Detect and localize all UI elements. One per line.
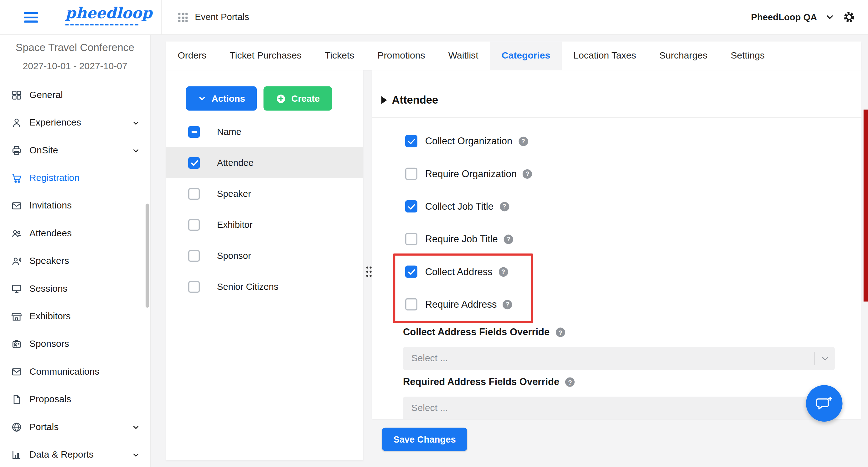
option-label: Collect Address bbox=[425, 266, 493, 277]
expand-arrow-icon[interactable] bbox=[381, 96, 387, 104]
help-icon[interactable] bbox=[565, 377, 575, 387]
tab-settings[interactable]: Settings bbox=[719, 42, 776, 70]
sidebar-item-speakers[interactable]: Speakers bbox=[0, 247, 150, 275]
chevron-down-icon bbox=[132, 451, 140, 459]
create-button-label: Create bbox=[291, 93, 320, 104]
mail-icon bbox=[11, 200, 23, 212]
hamburger-menu-icon[interactable] bbox=[24, 12, 38, 23]
required-address-fields-override-select[interactable]: Select ... bbox=[403, 397, 835, 419]
require-job-title-checkbox[interactable] bbox=[405, 233, 417, 245]
help-icon[interactable] bbox=[556, 328, 565, 337]
category-row-sponsor[interactable]: Sponsor bbox=[166, 240, 363, 271]
badge-icon bbox=[11, 338, 23, 350]
actions-button[interactable]: Actions bbox=[186, 87, 257, 111]
chevron-down-icon[interactable] bbox=[825, 12, 835, 22]
cart-icon bbox=[11, 172, 23, 185]
sidebar-item-data-reports[interactable]: Data & Reports bbox=[0, 441, 150, 467]
category-checkbox[interactable] bbox=[188, 188, 200, 199]
detail-header[interactable]: Attendee bbox=[372, 70, 861, 118]
tab-promotions[interactable]: Promotions bbox=[366, 42, 436, 70]
tab-orders[interactable]: Orders bbox=[166, 42, 218, 70]
option-label: Collect Job Title bbox=[425, 201, 494, 212]
help-icon[interactable] bbox=[498, 267, 508, 276]
event-name: Space Travel Conference bbox=[0, 42, 150, 54]
tab-location-taxes[interactable]: Location Taxes bbox=[562, 42, 648, 70]
divider bbox=[161, 0, 162, 34]
select-all-checkbox[interactable] bbox=[188, 126, 200, 137]
help-icon[interactable] bbox=[504, 234, 513, 244]
category-label: Senior Citizens bbox=[217, 281, 278, 292]
sidebar-item-invitations[interactable]: Invitations bbox=[0, 192, 150, 220]
require-organization-checkbox[interactable] bbox=[405, 168, 417, 180]
sidebar-item-general[interactable]: General bbox=[0, 81, 150, 109]
chevron-down-icon bbox=[198, 94, 207, 103]
tab-surcharges[interactable]: Surcharges bbox=[648, 42, 719, 70]
tab-categories[interactable]: Categories bbox=[490, 42, 562, 70]
create-button[interactable]: Create bbox=[264, 87, 332, 111]
category-rows: Name Attendee Speaker Exhibitor Sponsor … bbox=[166, 116, 363, 302]
chat-support-button[interactable] bbox=[806, 385, 843, 422]
tab-waitlist[interactable]: Waitlist bbox=[437, 42, 490, 70]
collect-organization-checkbox[interactable] bbox=[405, 135, 417, 147]
category-row-speaker[interactable]: Speaker bbox=[166, 178, 363, 209]
category-checkbox[interactable] bbox=[188, 157, 200, 168]
help-icon[interactable] bbox=[519, 136, 528, 146]
sidebar-item-communications[interactable]: Communications bbox=[0, 358, 150, 386]
tab-label: Location Taxes bbox=[574, 51, 636, 61]
option-label: Require Job Title bbox=[425, 233, 498, 245]
require-address-checkbox[interactable] bbox=[405, 298, 417, 310]
collect-address-checkbox[interactable] bbox=[405, 266, 417, 278]
sidebar-item-onsite[interactable]: OnSite bbox=[0, 137, 150, 164]
sidebar-scrollbar[interactable] bbox=[146, 204, 149, 308]
tab-label: Tickets bbox=[325, 51, 354, 61]
apps-grid-icon[interactable] bbox=[178, 13, 188, 22]
sidebar-nav: General Experiences OnSite bbox=[0, 81, 150, 467]
option-collect-job-title: Collect Job Title bbox=[405, 200, 532, 212]
category-checkbox[interactable] bbox=[188, 281, 200, 292]
sidebar-item-proposals[interactable]: Proposals bbox=[0, 386, 150, 413]
category-row-name[interactable]: Name bbox=[166, 116, 363, 147]
chevron-down-icon[interactable] bbox=[815, 354, 835, 363]
sidebar-item-label: Communications bbox=[29, 366, 100, 377]
sidebar-item-registration[interactable]: Registration bbox=[0, 164, 150, 192]
help-icon[interactable] bbox=[523, 169, 532, 178]
sidebar-item-sessions[interactable]: Sessions bbox=[0, 275, 150, 303]
select-placeholder: Select ... bbox=[411, 353, 448, 364]
sidebar-item-sponsors[interactable]: Sponsors bbox=[0, 330, 150, 358]
collect-address-fields-override-select[interactable]: Select ... bbox=[403, 347, 835, 370]
option-label: Require Address bbox=[425, 299, 497, 310]
sidebar-item-label: Proposals bbox=[29, 394, 71, 405]
tab-label: Surcharges bbox=[659, 51, 708, 61]
storefront-icon bbox=[11, 310, 23, 323]
tab-tickets[interactable]: Tickets bbox=[313, 42, 366, 70]
category-row-exhibitor[interactable]: Exhibitor bbox=[166, 209, 363, 240]
pheedloop-logo: pheedloop bbox=[65, 4, 138, 25]
sidebar-item-portals[interactable]: Portals bbox=[0, 413, 150, 441]
actions-button-label: Actions bbox=[212, 93, 245, 104]
category-label: Sponsor bbox=[217, 251, 251, 261]
tab-ticket-purchases[interactable]: Ticket Purchases bbox=[218, 42, 313, 70]
page-title: Event Portals bbox=[195, 11, 249, 22]
page-scrollbar[interactable] bbox=[864, 109, 868, 301]
speaker-icon bbox=[11, 255, 23, 267]
sidebar-item-experiences[interactable]: Experiences bbox=[0, 109, 150, 136]
help-icon[interactable] bbox=[499, 202, 509, 211]
category-row-attendee[interactable]: Attendee bbox=[166, 147, 363, 178]
printer-icon bbox=[11, 144, 23, 157]
category-checkbox[interactable] bbox=[188, 219, 200, 230]
sidebar-item-label: Exhibitors bbox=[29, 311, 71, 322]
gear-icon[interactable] bbox=[843, 11, 856, 24]
help-icon[interactable] bbox=[503, 300, 512, 309]
document-icon bbox=[11, 394, 23, 406]
category-row-senior-citizens[interactable]: Senior Citizens bbox=[166, 271, 363, 302]
sidebar-item-attendees[interactable]: Attendees bbox=[0, 220, 150, 247]
sidebar-item-label: Sponsors bbox=[29, 339, 69, 349]
tab-label: Promotions bbox=[378, 51, 425, 61]
tab-bar: Orders Ticket Purchases Tickets Promotio… bbox=[166, 42, 861, 70]
collect-job-title-checkbox[interactable] bbox=[405, 200, 417, 212]
save-changes-button[interactable]: Save Changes bbox=[382, 428, 467, 451]
account-name[interactable]: PheedLoop QA bbox=[751, 12, 817, 23]
category-checkbox[interactable] bbox=[188, 250, 200, 261]
sidebar-item-exhibitors[interactable]: Exhibitors bbox=[0, 303, 150, 330]
sidebar-item-label: Portals bbox=[29, 422, 59, 433]
